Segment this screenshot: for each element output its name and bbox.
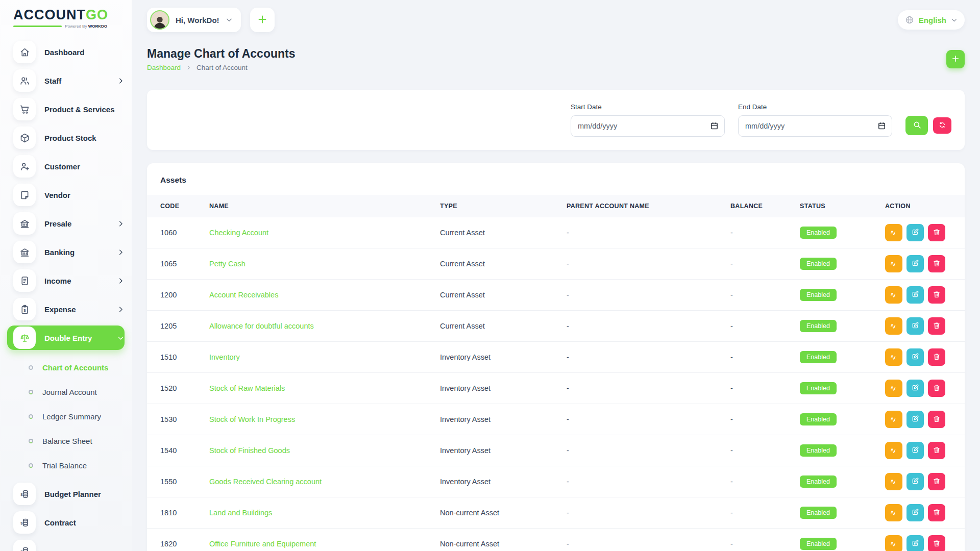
- create-account-button[interactable]: [946, 50, 965, 68]
- delete-button[interactable]: [928, 442, 945, 459]
- language-selector[interactable]: English: [898, 10, 965, 30]
- cell-code: 1510: [147, 342, 203, 373]
- status-badge: Enabled: [800, 444, 837, 457]
- account-name-link[interactable]: Inventory: [209, 353, 240, 361]
- plus-icon: [257, 14, 268, 27]
- account-name-link[interactable]: Account Receivables: [209, 291, 278, 299]
- end-date-input[interactable]: [738, 115, 892, 137]
- cell-balance: -: [724, 342, 794, 373]
- cell-balance: -: [724, 373, 794, 404]
- sidebar-item-dashboard[interactable]: Dashboard: [0, 40, 125, 64]
- reset-button[interactable]: [933, 117, 951, 134]
- table-row: 1820 Office Furniture and Equipement Non…: [147, 529, 965, 551]
- quick-add-button[interactable]: [250, 8, 275, 32]
- delete-button[interactable]: [928, 317, 945, 335]
- sidebar-item-customer[interactable]: Customer: [0, 154, 125, 179]
- brand-logo[interactable]: ACCOUNTGO Powered By WORKDO: [0, 0, 107, 29]
- app-root: ACCOUNTGO Powered By WORKDO Dashboard St…: [0, 0, 980, 551]
- delete-button[interactable]: [928, 380, 945, 397]
- sidebar-item-budget-planner[interactable]: Budget Planner: [0, 482, 125, 506]
- edit-button[interactable]: [906, 442, 924, 459]
- activity-icon: [890, 477, 898, 487]
- ledger-button[interactable]: [885, 411, 902, 428]
- edit-button[interactable]: [906, 317, 924, 335]
- brand-tagline: Powered By WORKDO: [13, 24, 107, 29]
- ledger-button[interactable]: [885, 504, 902, 521]
- account-name-link[interactable]: Goods Received Clearing account: [209, 478, 322, 486]
- sidebar-item-double-entry[interactable]: Double Entry: [7, 325, 125, 350]
- breadcrumb-dashboard-link[interactable]: Dashboard: [147, 64, 181, 71]
- delete-button[interactable]: [928, 411, 945, 428]
- edit-button[interactable]: [906, 535, 924, 551]
- search-button[interactable]: [905, 116, 928, 135]
- sidebar-item-ledger-summary[interactable]: Ledger Summary: [0, 406, 132, 427]
- cell-code: 1810: [147, 497, 203, 529]
- sidebar-item-product-services[interactable]: Product & Services: [0, 97, 125, 121]
- edit-button[interactable]: [906, 504, 924, 521]
- file-icon: [13, 269, 36, 292]
- sidebar-item-product-stock[interactable]: Product Stock: [0, 126, 125, 150]
- delete-button[interactable]: [928, 535, 945, 551]
- start-date-input[interactable]: [571, 115, 725, 137]
- delete-button[interactable]: [928, 224, 945, 241]
- sidebar-item-contract[interactable]: Contract: [0, 510, 125, 535]
- edit-button[interactable]: [906, 473, 924, 490]
- delete-button[interactable]: [928, 348, 945, 366]
- edit-button[interactable]: [906, 348, 924, 366]
- delete-button[interactable]: [928, 286, 945, 304]
- ledger-button[interactable]: [885, 286, 902, 304]
- delete-button[interactable]: [928, 504, 945, 521]
- user-menu[interactable]: Hi, WorkDo!: [147, 8, 241, 32]
- account-name-link[interactable]: Allowance for doubtful accounts: [209, 322, 314, 330]
- sidebar-item-journal-account[interactable]: Journal Account: [0, 382, 132, 402]
- sidebar-item-presale[interactable]: Presale: [0, 211, 125, 236]
- account-name-link[interactable]: Stock of Work In Progress: [209, 415, 295, 423]
- account-name-link[interactable]: Land and Buildings: [209, 509, 272, 517]
- activity-icon: [890, 508, 898, 518]
- account-name-link[interactable]: Stock of Finished Goods: [209, 446, 290, 455]
- activity-icon: [890, 384, 898, 393]
- ledger-button[interactable]: [885, 380, 902, 397]
- edit-button[interactable]: [906, 380, 924, 397]
- sidebar-item-balance-sheet[interactable]: Balance Sheet: [0, 431, 132, 451]
- sidebar-item-staff[interactable]: Staff: [0, 68, 125, 93]
- cell-balance: -: [724, 529, 794, 551]
- sidebar-item-income[interactable]: Income: [0, 268, 125, 293]
- status-badge: Enabled: [800, 351, 837, 364]
- edit-button[interactable]: [906, 286, 924, 304]
- delete-button[interactable]: [928, 255, 945, 272]
- main-content: Hi, WorkDo! English Manage Chart of Acco…: [132, 0, 980, 551]
- accounts-table: CODE NAME TYPE PARENT ACCOUNT NAME BALAN…: [147, 195, 965, 551]
- ledger-button[interactable]: [885, 255, 902, 272]
- user-greeting: Hi, WorkDo!: [176, 16, 219, 24]
- sidebar-item-vendor[interactable]: Vendor: [0, 183, 125, 207]
- account-name-link[interactable]: Stock of Raw Materials: [209, 384, 285, 392]
- table-row: 1540 Stock of Finished Goods Inventory A…: [147, 435, 965, 466]
- edit-button[interactable]: [906, 224, 924, 241]
- sidebar-item-partial[interactable]: [0, 539, 125, 551]
- account-name-link[interactable]: Checking Account: [209, 229, 268, 237]
- edit-button[interactable]: [906, 411, 924, 428]
- ledger-button[interactable]: [885, 224, 902, 241]
- edit-button[interactable]: [906, 255, 924, 272]
- ledger-button[interactable]: [885, 535, 902, 551]
- sidebar-item-banking[interactable]: Banking: [0, 240, 125, 264]
- delete-button[interactable]: [928, 473, 945, 490]
- ledger-button[interactable]: [885, 473, 902, 490]
- ledger-button[interactable]: [885, 442, 902, 459]
- account-name-link[interactable]: Petty Cash: [209, 260, 246, 268]
- ledger-button[interactable]: [885, 348, 902, 366]
- sidebar-item-trial-balance[interactable]: Trial Balance: [0, 455, 132, 475]
- cell-type: Current Asset: [434, 217, 560, 248]
- sidebar-item-expense[interactable]: Expense: [0, 297, 125, 321]
- search-icon: [913, 120, 921, 131]
- ledger-button[interactable]: [885, 317, 902, 335]
- account-name-link[interactable]: Office Furniture and Equipement: [209, 540, 316, 548]
- col-status: STATUS: [794, 195, 879, 217]
- sidebar-item-chart-of-accounts[interactable]: Chart of Accounts: [0, 357, 132, 378]
- cell-code: 1065: [147, 248, 203, 280]
- row-actions: [885, 411, 959, 428]
- coins-icon: [13, 483, 36, 505]
- table-row: 1810 Land and Buildings Non-current Asse…: [147, 497, 965, 529]
- filter-buttons: [905, 116, 951, 135]
